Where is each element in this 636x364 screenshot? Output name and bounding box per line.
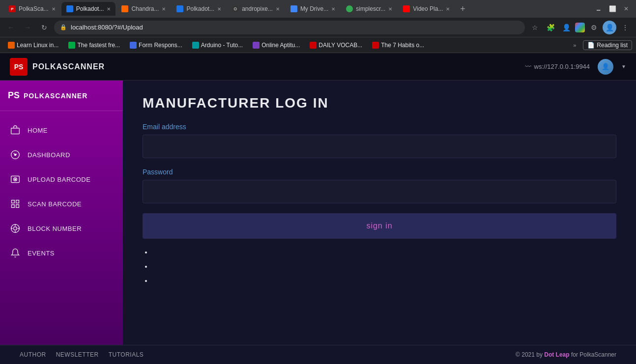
bookmark-vocab-label: DAILY VOCAB... [318,42,362,49]
tab-7[interactable]: simplescr... ✕ [341,2,397,16]
user-avatar-btn[interactable]: 👤 [598,59,613,75]
sidebar-header: PS POLKASCANNER [0,81,123,111]
sidebar-item-scan[interactable]: SCAN BARCODE [0,193,123,215]
ws-icon: 〰 [525,63,531,70]
upload-label: UPLOAD BARCODE [28,176,90,183]
bookmark-learn-linux[interactable]: Learn Linux in... [4,41,62,50]
tutorials-link[interactable]: TUTORIALS [109,351,144,358]
sidebar-title: POLKASCANNER [24,92,87,100]
author-link[interactable]: AUTHOR [20,351,46,358]
tab-4[interactable]: Polkadot... ✕ [172,2,226,16]
colorful-icon[interactable] [575,23,585,32]
tab-bar: P PolkaSca... ✕ Polkadot... ✕ Chandra...… [0,0,636,18]
tab-5-close[interactable]: ✕ [276,6,280,12]
home-icon [10,125,21,136]
tab-6[interactable]: My Drive... ✕ [286,2,340,16]
window-controls: 🗕 ⬜ ✕ [593,3,632,15]
avatar-dropdown-icon[interactable]: ▼ [621,64,626,69]
forward-button[interactable]: → [21,21,34,34]
tab-3-favicon [121,5,128,12]
puzzle-icon[interactable]: ⚙ [587,21,601,34]
tab-3-close[interactable]: ✕ [162,6,166,12]
tab-8-close[interactable]: ✕ [446,6,450,12]
reading-list-label: Reading list [597,42,628,49]
tab-7-label: simplescr... [356,5,385,12]
bookmark-form[interactable]: Form Respons... [126,41,186,50]
copy-suffix: for PolkaScanner [570,351,616,358]
reading-list-icon: 📄 [587,42,595,49]
tab-1[interactable]: P PolkaSca... ✕ [4,2,60,16]
password-label: Password [143,168,616,176]
bullet-1 [152,249,616,256]
tab-2-favicon [66,5,73,12]
bullet-3 [152,277,616,284]
tab-5[interactable]: ⊙ andropixe... ✕ [227,2,285,16]
bookmark-aptitude-label: Online Aptitu... [261,42,300,49]
block-label: BLOCK NUMBER [28,225,82,232]
newsletter-link[interactable]: NEWSLETTER [56,351,99,358]
tab-4-close[interactable]: ✕ [217,6,221,12]
dot-leap-link[interactable]: Dot Leap [544,351,569,358]
sidebar-item-dashboard[interactable]: DASHBOARD [0,143,123,166]
dashboard-icon [10,149,21,160]
bookmark-aptitude[interactable]: Online Aptitu... [249,41,304,50]
user-avatar[interactable]: 👤 [603,21,616,34]
page-title: MANUFACTURER LOG IN [143,95,616,111]
ws-label: ws://127.0.0.1:9944 [534,63,590,70]
back-button[interactable]: ← [4,21,18,34]
svg-rect-9 [16,200,19,203]
tab-6-close[interactable]: ✕ [331,6,335,12]
new-tab-button[interactable]: + [456,2,469,16]
extensions-icon[interactable]: 🧩 [544,21,557,34]
home-label: HOME [28,127,48,134]
password-input[interactable] [143,180,616,203]
tab-1-close[interactable]: ✕ [52,6,56,12]
url-text: localhost:8080/?#/Upload [71,24,143,31]
lock-icon: 🔒 [60,24,67,30]
sign-in-button[interactable]: sign in [143,213,616,239]
svg-rect-11 [16,205,19,208]
sidebar-item-home[interactable]: HOME [0,119,123,141]
email-label: Email address [143,123,616,131]
upload-icon [10,174,21,185]
profile-icon[interactable]: 👤 [559,21,573,34]
minimize-button[interactable]: 🗕 [593,3,605,15]
address-bar[interactable]: 🔒 localhost:8080/?#/Upload [54,21,525,34]
tab-3[interactable]: Chandra... ✕ [116,2,171,16]
sidebar-ps-label: PS [8,90,20,101]
sidebar-item-events[interactable]: EVENTS [0,242,123,264]
tab-2-close[interactable]: ✕ [107,6,111,12]
tab-7-close[interactable]: ✕ [388,6,392,12]
dashboard-label: DASHBOARD [28,151,70,159]
copy-text: © 2021 by [516,351,544,358]
bookmark-arduino[interactable]: Arduino - Tuto... [188,41,247,50]
app-container: PS POLKASCANNER 〰 ws://127.0.0.1:9944 👤 … [0,53,636,364]
sidebar-nav: HOME DASHBOARD [0,111,123,272]
svg-rect-0 [11,128,20,134]
close-window-button[interactable]: ✕ [620,3,632,15]
maximize-button[interactable]: ⬜ [607,3,618,15]
reload-button[interactable]: ↻ [37,21,51,34]
address-bar-row: ← → ↻ 🔒 localhost:8080/?#/Upload ☆ 🧩 👤 ⚙… [0,18,636,37]
sidebar-item-block[interactable]: BLOCK NUMBER [0,217,123,240]
email-input[interactable] [143,135,616,158]
menu-button[interactable]: ⋮ [618,21,632,34]
bookmark-fastest[interactable]: The fastest fre... [64,41,124,50]
bookmark-habits[interactable]: The 7 Habits o... [368,41,428,50]
sidebar-item-upload[interactable]: UPLOAD BARCODE [0,168,123,191]
svg-point-7 [15,179,16,180]
app-topbar-right: 〰 ws://127.0.0.1:9944 👤 ▼ [525,59,626,75]
bookmarks-bar: Learn Linux in... The fastest fre... For… [0,37,636,53]
reading-list-button[interactable]: 📄 Reading list [583,40,632,50]
tab-2[interactable]: Polkadot... ✕ [61,2,116,16]
app-logo-icon: PS [10,58,28,76]
bookmark-habits-label: The 7 Habits o... [381,42,424,49]
content-area: MANUFACTURER LOG IN Email address Passwo… [123,81,636,345]
bookmark-vocab[interactable]: DAILY VOCAB... [306,41,366,50]
more-bookmarks-button[interactable]: » [570,41,579,49]
email-form-group: Email address [143,123,616,158]
bookmark-star-icon[interactable]: ☆ [528,21,542,34]
tab-8[interactable]: Video Pla... ✕ [398,2,455,16]
tab-4-label: Polkadot... [186,5,214,12]
tab-8-favicon [403,5,410,12]
